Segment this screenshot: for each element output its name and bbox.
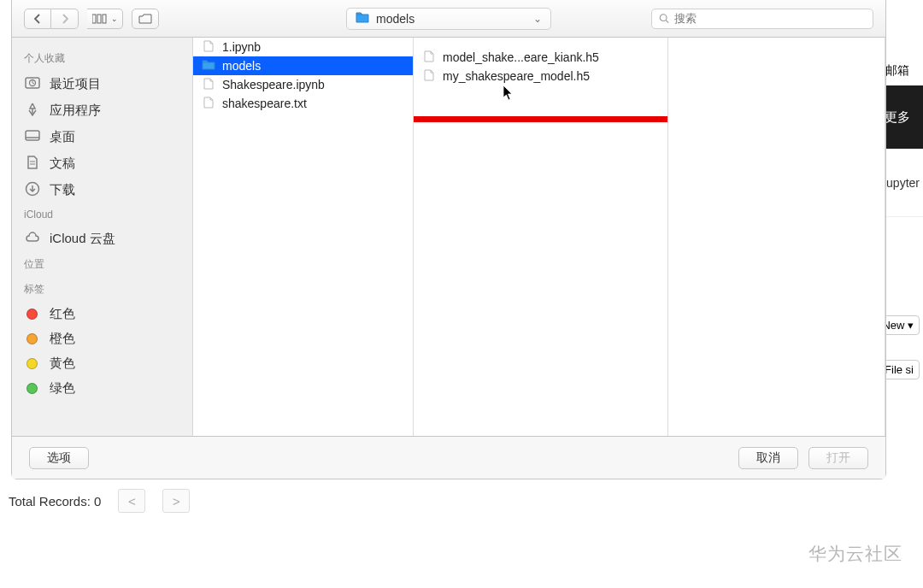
file-name-label: shakespeare.txt — [222, 97, 307, 110]
svg-line-4 — [666, 21, 668, 23]
cloud-icon — [24, 230, 41, 248]
file-name-label: models — [222, 59, 261, 73]
sidebar-item[interactable]: iCloud 云盘 — [12, 226, 192, 252]
below-area: Total Records: 0 < > — [0, 479, 923, 523]
file-icon — [202, 78, 215, 92]
view-mode-group: ⌄ — [87, 9, 123, 29]
pager-prev-button[interactable]: < — [118, 489, 145, 513]
svg-rect-0 — [92, 15, 96, 23]
svg-line-8 — [32, 83, 34, 84]
file-row[interactable]: models — [193, 56, 413, 75]
column-2: model_shake...eare_kiank.h5my_shakespear… — [414, 38, 668, 436]
tag-dot-icon — [26, 309, 38, 320]
file-row[interactable]: my_shakespeare_model.h5 — [414, 67, 667, 85]
desktop-icon — [24, 128, 41, 146]
apps-icon — [24, 102, 41, 120]
file-row[interactable]: shakespeare.txt — [193, 94, 413, 113]
sidebar-item-label: 橙色 — [50, 331, 75, 347]
watermark-label: 华为云社区 — [808, 542, 902, 566]
total-records-label: Total Records: 0 — [9, 494, 101, 509]
sidebar-item[interactable]: 绿色 — [12, 376, 192, 401]
open-button: 打开 — [808, 447, 868, 469]
sidebar-item[interactable]: 应用程序 — [12, 97, 192, 124]
search-input[interactable] — [674, 12, 866, 25]
bottom-bar: 选项 取消 打开 — [12, 436, 885, 479]
column-3 — [668, 38, 885, 436]
sidebar-section-header: 个人收藏 — [12, 46, 192, 71]
tag-dot-icon — [26, 333, 38, 344]
clock-icon — [24, 75, 41, 93]
sidebar-item-label: 绿色 — [50, 380, 75, 397]
svg-point-3 — [660, 15, 667, 21]
folder-icon — [356, 11, 369, 26]
sidebar-item-label: 黄色 — [50, 356, 75, 372]
file-icon — [422, 69, 436, 84]
tag-dot-icon — [26, 358, 38, 369]
sidebar-item[interactable]: 红色 — [12, 302, 192, 326]
folder-icon — [202, 59, 215, 74]
chevron-updown-icon: ⌄ — [533, 13, 542, 25]
sidebar: 个人收藏最近项目应用程序桌面文稿下载iCloudiCloud 云盘位置标签红色橙… — [12, 38, 193, 436]
sidebar-item[interactable]: 橙色 — [12, 326, 192, 351]
sidebar-section-header: 位置 — [12, 252, 192, 277]
sidebar-item-label: 红色 — [50, 306, 75, 322]
sidebar-item[interactable]: 桌面 — [12, 124, 192, 150]
cancel-button[interactable]: 取消 — [738, 447, 798, 469]
nav-back-forward — [24, 9, 79, 29]
sidebar-item-label: 应用程序 — [50, 103, 101, 119]
sidebar-item-label: 最近项目 — [50, 76, 101, 92]
sidebar-item-label: 桌面 — [50, 129, 75, 145]
view-mode-button[interactable]: ⌄ — [87, 9, 123, 29]
sidebar-item[interactable]: 下载 — [12, 177, 192, 203]
back-button[interactable] — [24, 9, 51, 29]
column-1: 1.ipynbmodelsShakespeare.ipynbshakespear… — [193, 38, 414, 436]
svg-rect-1 — [97, 15, 101, 23]
file-row[interactable]: model_shake...eare_kiank.h5 — [414, 48, 667, 67]
file-name-label: 1.ipynb — [222, 40, 261, 54]
sidebar-section-header: 标签 — [12, 277, 192, 302]
location-label: models — [376, 12, 526, 26]
cursor-icon — [503, 85, 514, 102]
file-icon — [422, 50, 436, 65]
svg-rect-2 — [103, 15, 106, 23]
docs-icon — [24, 155, 41, 173]
sidebar-item[interactable]: 黄色 — [12, 351, 192, 376]
file-icon — [202, 97, 215, 111]
location-popup[interactable]: models ⌄ — [346, 8, 551, 30]
sidebar-item-label: iCloud 云盘 — [50, 231, 115, 247]
file-icon — [202, 40, 215, 55]
folder-up-button[interactable] — [132, 9, 159, 29]
options-button[interactable]: 选项 — [29, 447, 89, 469]
file-name-label: Shakespeare.ipynb — [222, 78, 325, 91]
sidebar-section-header: iCloud — [12, 203, 192, 226]
downloads-icon — [24, 181, 41, 199]
file-name-label: my_shakespeare_model.h5 — [443, 69, 590, 83]
search-field[interactable] — [651, 9, 873, 29]
file-row[interactable]: Shakespeare.ipynb — [193, 75, 413, 94]
file-row[interactable]: 1.ipynb — [193, 38, 413, 56]
search-icon — [659, 13, 669, 24]
tag-dot-icon — [26, 383, 38, 394]
pager-next-button[interactable]: > — [162, 489, 190, 513]
toolbar: ⌄ models ⌄ — [12, 0, 885, 38]
sidebar-item[interactable]: 最近项目 — [12, 71, 192, 97]
forward-button[interactable] — [51, 9, 79, 29]
sidebar-item-label: 下载 — [50, 182, 75, 198]
sidebar-item-label: 文稿 — [50, 156, 75, 172]
file-name-label: model_shake...eare_kiank.h5 — [443, 50, 599, 64]
sidebar-item[interactable]: 文稿 — [12, 150, 192, 177]
svg-rect-9 — [26, 131, 39, 140]
